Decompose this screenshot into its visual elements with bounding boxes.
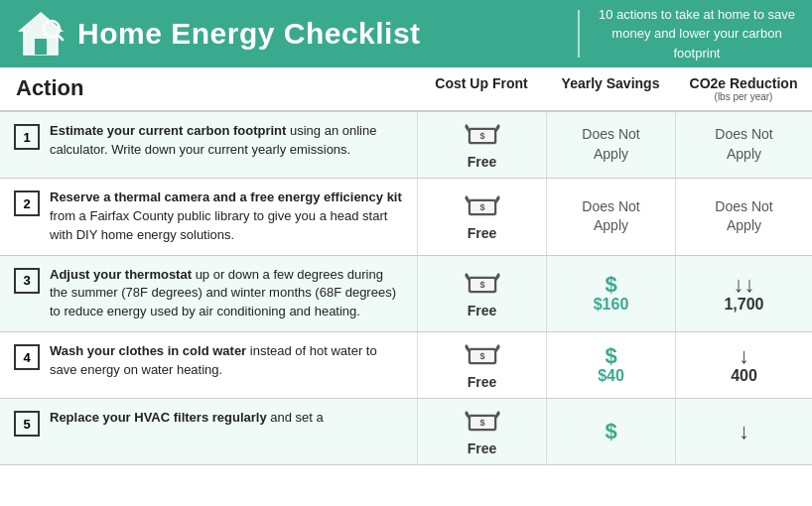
free-icon: $ <box>465 269 500 301</box>
co2-cell: ↓↓ 1,700 <box>675 256 812 332</box>
col-cost: Cost Up Front <box>417 67 546 110</box>
action-cell: 4 Wash your clothes in cold water instea… <box>0 332 417 398</box>
table-row: 4 Wash your clothes in cold water instea… <box>0 332 812 399</box>
svg-rect-2 <box>35 39 47 55</box>
savings-cell: $ $160 <box>546 256 675 332</box>
svg-text:$: $ <box>479 202 484 212</box>
header-tagline: 10 actions to take at home to save money… <box>598 5 796 63</box>
row-text: Estimate your current carbon footprint u… <box>50 122 403 160</box>
svg-text:$: $ <box>479 351 484 361</box>
cost-cell: $ Free <box>417 112 546 178</box>
savings-cell: Does NotApply <box>546 112 675 178</box>
page-header: Home Energy Checklist 10 actions to take… <box>0 0 812 67</box>
action-cell: 1 Estimate your current carbon footprint… <box>0 112 417 178</box>
table-row: 1 Estimate your current carbon footprint… <box>0 112 812 179</box>
cost-cell: $ Free <box>417 399 546 464</box>
row-text: Replace your HVAC filters regularly and … <box>50 409 324 428</box>
co2-cell: Does NotApply <box>675 179 812 255</box>
house-icon <box>16 9 66 59</box>
svg-text:$: $ <box>479 280 484 290</box>
table-row: 3 Adjust your thermostat up or down a fe… <box>0 256 812 333</box>
col-savings: Yearly Savings <box>546 67 675 110</box>
row-text: Reserve a thermal camera and a free ener… <box>50 189 403 245</box>
savings-cell: $ <box>546 399 675 464</box>
free-label: Free <box>468 441 497 456</box>
free-label: Free <box>468 374 497 390</box>
action-cell: 2 Reserve a thermal camera and a free en… <box>0 179 417 255</box>
down-arrow-icon: ↓ <box>739 421 749 443</box>
svg-text:$: $ <box>479 131 484 141</box>
down-arrow-icon: ↓ <box>739 345 749 367</box>
does-not-apply-co2: Does NotApply <box>715 125 772 164</box>
action-cell: 3 Adjust your thermostat up or down a fe… <box>0 256 417 332</box>
co2-cell: Does NotApply <box>675 112 812 178</box>
dollar-icon: $ <box>605 274 616 296</box>
page-title: Home Energy Checklist <box>77 17 560 51</box>
co2-value: 400 <box>731 367 757 385</box>
cost-cell: $ Free <box>417 332 546 398</box>
row-text: Adjust your thermostat up or down a few … <box>50 266 403 322</box>
free-label: Free <box>468 154 497 170</box>
dollar-icon: $ <box>605 421 616 443</box>
header-divider <box>578 10 580 58</box>
col-action: Action <box>0 67 417 110</box>
row-number: 2 <box>14 190 40 216</box>
co2-cell: ↓ <box>675 399 812 464</box>
savings-cell: $ $40 <box>546 332 675 398</box>
row-number: 1 <box>14 124 40 150</box>
does-not-apply: Does NotApply <box>582 197 639 236</box>
row-number: 3 <box>14 268 40 294</box>
table-row: 2 Reserve a thermal camera and a free en… <box>0 179 812 256</box>
savings-value: $160 <box>594 296 629 314</box>
free-icon: $ <box>465 191 500 223</box>
savings-cell: Does NotApply <box>546 179 675 255</box>
action-cell: 5 Replace your HVAC filters regularly an… <box>0 399 417 464</box>
row-number: 5 <box>14 411 40 437</box>
free-label: Free <box>468 225 497 241</box>
does-not-apply: Does NotApply <box>582 125 639 164</box>
col-co2: CO2e Reduction (lbs per year) <box>675 67 812 110</box>
row-text: Wash your clothes in cold water instead … <box>50 342 403 380</box>
co2-cell: ↓ 400 <box>675 332 812 398</box>
free-label: Free <box>468 303 497 318</box>
dollar-icon: $ <box>605 345 616 367</box>
free-icon: $ <box>465 407 500 439</box>
cost-cell: $ Free <box>417 256 546 332</box>
free-icon: $ <box>465 120 500 152</box>
svg-text:$: $ <box>479 418 484 428</box>
table-row: 5 Replace your HVAC filters regularly an… <box>0 399 812 465</box>
free-icon: $ <box>465 340 500 372</box>
column-headers: Action Cost Up Front Yearly Savings CO2e… <box>0 67 812 112</box>
does-not-apply-co2: Does NotApply <box>715 197 772 236</box>
row-number: 4 <box>14 344 40 370</box>
co2-value: 1,700 <box>724 296 763 314</box>
cost-cell: $ Free <box>417 179 546 255</box>
rows-container: 1 Estimate your current carbon footprint… <box>0 112 812 465</box>
savings-value: $40 <box>598 367 624 385</box>
down-arrows-icon: ↓↓ <box>734 274 755 296</box>
